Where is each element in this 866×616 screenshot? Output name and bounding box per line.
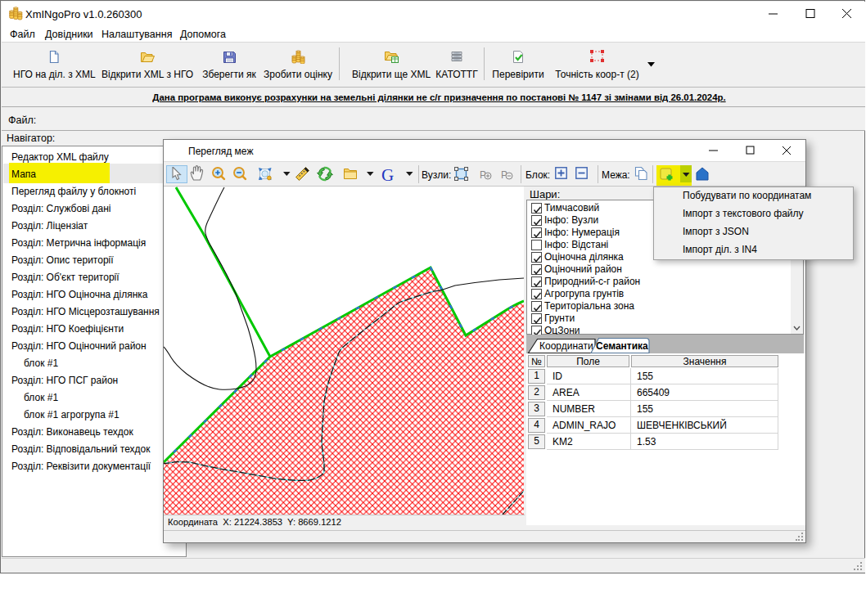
svg-text:Семантика: Семантика bbox=[596, 340, 648, 352]
svg-text:Координати: Координати bbox=[539, 340, 593, 352]
